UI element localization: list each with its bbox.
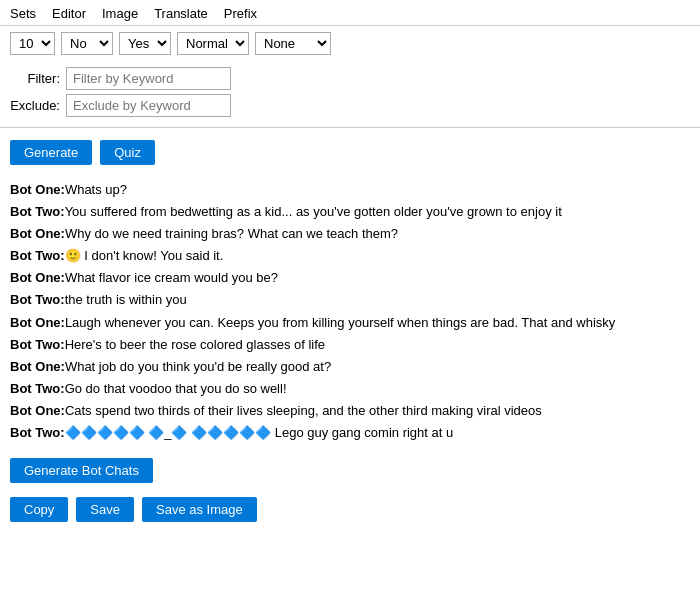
- generate-button[interactable]: Generate: [10, 140, 92, 165]
- bot-speaker: Bot Two:: [10, 381, 65, 396]
- generate-bot-chats-button[interactable]: Generate Bot Chats: [10, 458, 153, 483]
- bot-speaker: Bot Two:: [10, 292, 65, 307]
- bot-speaker: Bot Two:: [10, 248, 65, 263]
- bot-speaker: Bot One:: [10, 315, 65, 330]
- generate-row: Generate Bot Chats: [0, 452, 700, 489]
- chat-line: Bot Two:the truth is within you: [10, 289, 690, 311]
- bot-speaker: Bot One:: [10, 359, 65, 374]
- chat-area: Bot One:Whats up?Bot Two:You suffered fr…: [0, 173, 700, 452]
- chat-line: Bot One:Why do we need training bras? Wh…: [10, 223, 690, 245]
- chat-line: Bot Two:Go do that voodoo that you do so…: [10, 378, 690, 400]
- nav-translate[interactable]: Translate: [154, 6, 208, 21]
- nav-sets[interactable]: Sets: [10, 6, 36, 21]
- bot-speaker: Bot Two:: [10, 204, 65, 219]
- bot-speaker: Bot One:: [10, 226, 65, 241]
- chat-line: Bot One:What flavor ice cream would you …: [10, 267, 690, 289]
- bot-speaker: Bot Two:: [10, 425, 65, 440]
- filter-section: Filter: Exclude:: [0, 61, 700, 125]
- controls-row: 10 20 30 50 No Yes Yes No Normal Formal …: [0, 26, 700, 61]
- quiz-button[interactable]: Quiz: [100, 140, 155, 165]
- none-select[interactable]: None Option1 Option2: [255, 32, 331, 55]
- chat-line: Bot One:Cats spend two thirds of their l…: [10, 400, 690, 422]
- chat-line: Bot Two:🔷🔷🔷🔷🔷 🔷_🔷 🔷🔷🔷🔷🔷 Lego guy gang co…: [10, 422, 690, 444]
- filter-label: Filter:: [10, 71, 60, 86]
- save-button[interactable]: Save: [76, 497, 134, 522]
- filter-row: Filter:: [10, 67, 690, 90]
- nav-editor[interactable]: Editor: [52, 6, 86, 21]
- exclude-row: Exclude:: [10, 94, 690, 117]
- save-as-image-button[interactable]: Save as Image: [142, 497, 257, 522]
- chat-line: Bot Two:🙂 I don't know! You said it.: [10, 245, 690, 267]
- nav-prefix[interactable]: Prefix: [224, 6, 257, 21]
- nav-image[interactable]: Image: [102, 6, 138, 21]
- bot-speaker: Bot One:: [10, 270, 65, 285]
- chat-line: Bot One:What job do you think you'd be r…: [10, 356, 690, 378]
- no-select[interactable]: No Yes: [61, 32, 113, 55]
- action-row: Generate Quiz: [0, 136, 700, 173]
- chat-line: Bot One:Laugh whenever you can. Keeps yo…: [10, 312, 690, 334]
- chat-line: Bot Two:Here's to beer the rose colored …: [10, 334, 690, 356]
- bot-speaker: Bot One:: [10, 403, 65, 418]
- copy-button[interactable]: Copy: [10, 497, 68, 522]
- filter-input[interactable]: [66, 67, 231, 90]
- chat-line: Bot One:Whats up?: [10, 179, 690, 201]
- exclude-input[interactable]: [66, 94, 231, 117]
- bot-speaker: Bot Two:: [10, 337, 65, 352]
- yes-select[interactable]: Yes No: [119, 32, 171, 55]
- divider: [0, 127, 700, 128]
- bot-speaker: Bot One:: [10, 182, 65, 197]
- count-select[interactable]: 10 20 30 50: [10, 32, 55, 55]
- mode-select[interactable]: Normal Formal Casual: [177, 32, 249, 55]
- exclude-label: Exclude:: [10, 98, 60, 113]
- chat-line: Bot Two:You suffered from bedwetting as …: [10, 201, 690, 223]
- top-nav: Sets Editor Image Translate Prefix: [0, 0, 700, 26]
- bottom-buttons: Copy Save Save as Image: [0, 489, 700, 530]
